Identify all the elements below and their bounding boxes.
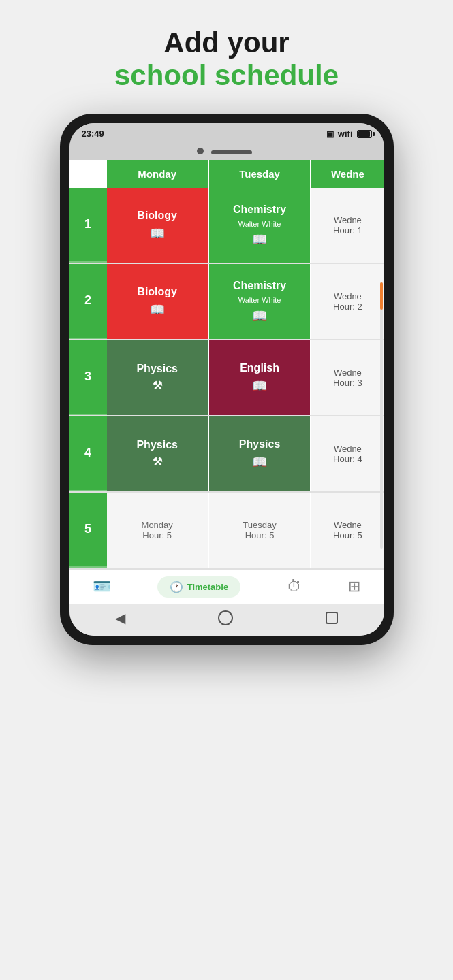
timer-icon: ⏱ xyxy=(287,578,302,595)
day-tuesday: Tuesday xyxy=(209,160,311,188)
cell-1-tue-name: Chemistry xyxy=(233,203,286,216)
nav-grid[interactable]: ⊞ xyxy=(348,578,360,595)
hour-label-1: 1 xyxy=(69,188,107,263)
wifi-icon: wifi xyxy=(338,129,353,139)
scroll-thumb xyxy=(380,282,383,310)
timetable-label: Timetable xyxy=(187,582,228,592)
cell-3-mon-name: Physics xyxy=(136,363,177,375)
cell-2-mon[interactable]: Biology 📖 xyxy=(107,264,209,339)
cell-3-wed-text: WedneHour: 3 xyxy=(333,368,362,388)
contact-icon: 🪪 xyxy=(93,578,111,595)
header-title-line2: school schedule xyxy=(114,59,339,93)
cell-1-mon[interactable]: Biology 📖 xyxy=(107,188,209,263)
cell-3-wed: WedneHour: 3 xyxy=(311,340,384,415)
cell-2-mon-icon: 📖 xyxy=(150,302,165,317)
cell-1-wed-text: WedneHour: 1 xyxy=(333,215,362,235)
schedule-row-5: 5 MondayHour: 5 TuesdayHour: 5 WedneHour… xyxy=(69,493,384,569)
cell-1-tue-teacher: Walter White xyxy=(238,220,281,228)
app-screen: Monday Tuesday Wedne 1 Biology 📖 Chemist… xyxy=(69,160,384,604)
cell-1-wed: WedneHour: 1 xyxy=(311,188,384,263)
cell-3-mon[interactable]: Physics ⚒ xyxy=(107,340,209,415)
status-icons: ▣ wifi xyxy=(326,129,372,139)
cell-5-tue[interactable]: TuesdayHour: 5 xyxy=(209,493,311,568)
recents-button[interactable] xyxy=(326,612,338,624)
camera-area xyxy=(69,145,384,160)
cell-4-wed-text: WedneHour: 4 xyxy=(333,444,362,464)
schedule-row-2: 2 Biology 📖 Chemistry Walter White 📖 Wed… xyxy=(69,264,384,340)
timetable-icon: 🕐 xyxy=(170,581,183,593)
home-indicator-area: ◀ xyxy=(69,604,384,636)
cell-2-mon-name: Biology xyxy=(137,286,177,298)
speaker-bar xyxy=(211,150,252,154)
hour-label-2: 2 xyxy=(69,264,107,339)
cell-2-tue[interactable]: Chemistry Walter White 📖 xyxy=(209,264,311,339)
header-title-line1: Add your xyxy=(114,27,339,59)
day-header-row: Monday Tuesday Wedne xyxy=(69,160,384,188)
battery-icon xyxy=(357,130,372,138)
bottom-nav: 🪪 🕐 Timetable ⏱ ⊞ xyxy=(69,569,384,604)
nav-timer[interactable]: ⏱ xyxy=(287,578,302,595)
nav-timetable[interactable]: 🕐 Timetable xyxy=(157,576,240,598)
cell-4-mon-name: Physics xyxy=(136,439,177,451)
cell-2-wed: WedneHour: 2 xyxy=(311,264,384,339)
cell-3-tue-name: English xyxy=(240,362,279,374)
scroll-indicator xyxy=(380,282,383,549)
cell-2-tue-name: Chemistry xyxy=(233,280,286,292)
cell-1-mon-name: Biology xyxy=(137,210,177,222)
cell-2-tue-icon: 📖 xyxy=(252,308,267,323)
cell-4-tue-icon: 📖 xyxy=(252,455,267,470)
schedule-row-1: 1 Biology 📖 Chemistry Walter White 📖 Wed… xyxy=(69,188,384,264)
cell-2-tue-teacher: Walter White xyxy=(238,296,281,304)
camera-dot xyxy=(197,148,204,154)
nav-contact[interactable]: 🪪 xyxy=(93,578,111,595)
day-monday: Monday xyxy=(107,160,209,188)
cell-1-tue-icon: 📖 xyxy=(252,232,267,247)
cell-1-mon-icon: 📖 xyxy=(150,226,165,241)
sim-icon: ▣ xyxy=(326,129,334,139)
cell-5-wed: WedneHour: 5 xyxy=(311,493,384,568)
cell-1-tue[interactable]: Chemistry Walter White 📖 xyxy=(209,188,311,263)
phone-screen: 23:49 ▣ wifi Monday Tuesday xyxy=(69,123,384,636)
cell-5-tue-text: TuesdayHour: 5 xyxy=(243,520,276,540)
cell-3-tue[interactable]: English 📖 xyxy=(209,340,311,415)
cell-4-wed: WedneHour: 4 xyxy=(311,416,384,491)
status-time: 23:49 xyxy=(82,129,104,139)
status-bar: 23:49 ▣ wifi xyxy=(69,123,384,145)
cell-4-mon-icon: ⚒ xyxy=(153,455,162,468)
cell-5-mon-text: MondayHour: 5 xyxy=(142,520,173,540)
hour-col-header xyxy=(69,160,107,188)
cell-2-wed-text: WedneHour: 2 xyxy=(333,291,362,312)
schedule-row-4: 4 Physics ⚒ Physics 📖 WedneHour: 4 xyxy=(69,416,384,493)
schedule-container: Monday Tuesday Wedne 1 Biology 📖 Chemist… xyxy=(69,160,384,569)
header-section: Add your school schedule xyxy=(114,27,339,93)
hour-label-3: 3 xyxy=(69,340,107,415)
back-button[interactable]: ◀ xyxy=(115,610,125,626)
cell-3-mon-icon: ⚒ xyxy=(153,379,162,392)
cell-4-tue[interactable]: Physics 📖 xyxy=(209,416,311,491)
home-button[interactable] xyxy=(218,610,233,625)
hour-label-4: 4 xyxy=(69,416,107,491)
hour-label-5: 5 xyxy=(69,493,107,568)
cell-5-mon[interactable]: MondayHour: 5 xyxy=(107,493,209,568)
phone-frame: 23:49 ▣ wifi Monday Tuesday xyxy=(60,114,394,645)
grid-icon: ⊞ xyxy=(348,578,360,595)
cell-4-tue-name: Physics xyxy=(239,438,280,451)
cell-3-tue-icon: 📖 xyxy=(252,378,267,393)
schedule-row-3: 3 Physics ⚒ English 📖 WedneHour: 3 xyxy=(69,340,384,416)
cell-4-mon[interactable]: Physics ⚒ xyxy=(107,416,209,491)
cell-5-wed-text: WedneHour: 5 xyxy=(333,520,362,540)
day-wednesday-partial: Wedne xyxy=(311,160,384,188)
